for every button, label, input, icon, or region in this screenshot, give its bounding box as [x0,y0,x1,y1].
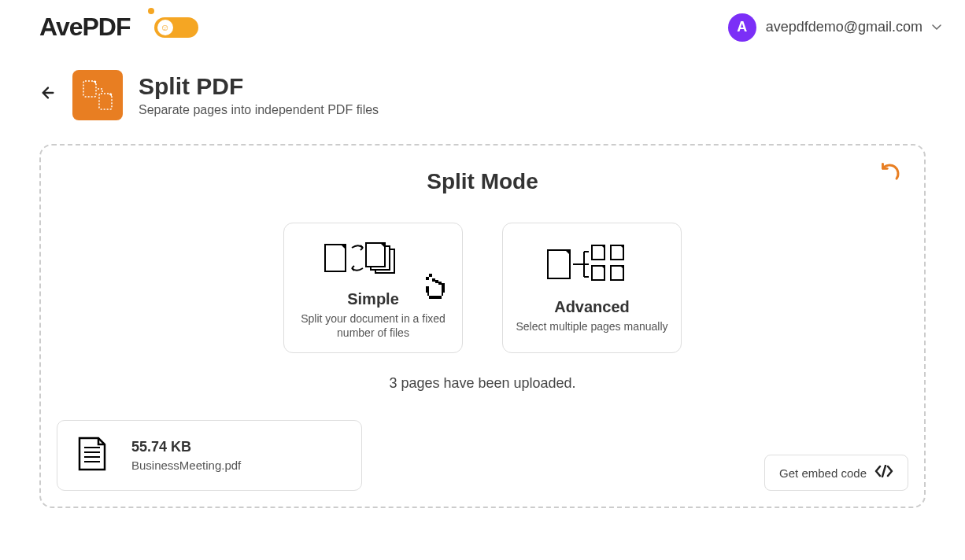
svg-rect-29 [592,266,605,280]
page-title: Split PDF [139,73,379,100]
file-info: 55.74 KB BusinessMeeting.pdf [131,439,241,472]
panel-footer: 55.74 KB BusinessMeeting.pdf Get embed c… [57,420,908,491]
tool-header: Split PDF Separate pages into independen… [0,54,965,144]
advanced-mode-icon [545,241,639,289]
svg-rect-6 [429,274,432,286]
back-button[interactable] [39,84,57,106]
file-size: 55.74 KB [131,439,241,455]
user-menu[interactable]: A avepdfdemo@gmail.com [728,13,941,42]
svg-rect-27 [592,245,605,260]
svg-rect-8 [432,278,435,286]
svg-rect-18 [432,282,435,286]
svg-rect-10 [438,282,442,286]
logo[interactable]: AvePDF [39,13,131,42]
svg-rect-12 [426,286,445,289]
theme-toggle[interactable]: ☺ [154,17,198,38]
upload-info: 3 pages have been uploaded. [57,375,908,392]
svg-rect-0 [83,81,96,97]
svg-rect-9 [435,280,438,286]
avatar-letter: A [737,19,747,35]
undo-button[interactable] [880,161,902,186]
tool-info: Split PDF Separate pages into independen… [139,73,379,117]
svg-rect-17 [429,277,432,286]
document-icon [76,435,108,476]
mode-advanced-title: Advanced [554,298,630,316]
logo-text: AvePDF [39,13,131,42]
svg-rect-30 [611,266,623,280]
svg-rect-13 [426,289,445,293]
mode-simple[interactable]: Simple Split your document in a fixed nu… [283,223,463,353]
embed-code-button[interactable]: Get embed code [764,455,908,491]
mode-simple-title: Simple [347,290,399,308]
svg-rect-19 [435,283,438,286]
user-email: avepdfdemo@gmail.com [766,19,922,35]
svg-rect-15 [429,296,442,299]
split-pdf-icon [72,70,123,120]
avatar: A [728,13,756,42]
theme-toggle-wrapper: ☺ [154,17,198,38]
main-panel: Split Mode Simple Split your document [39,144,926,508]
svg-rect-2 [325,245,346,271]
svg-rect-7 [426,277,429,280]
svg-rect-5 [366,243,385,267]
mode-advanced-desc: Select multiple pages manually [516,319,668,333]
header: AvePDF ☺ A avepdfdemo@gmail.com [0,0,965,54]
svg-rect-16 [429,286,442,296]
simple-mode-icon [322,236,424,281]
mode-options: Simple Split your document in a fixed nu… [57,223,908,353]
toggle-notification-dot [148,8,154,14]
cursor-icon [420,269,454,311]
file-name: BusinessMeeting.pdf [131,459,241,472]
toggle-handle: ☺ [157,20,173,35]
code-icon [874,465,893,481]
svg-rect-20 [438,285,442,286]
chevron-down-icon [932,22,941,33]
svg-rect-21 [548,250,570,278]
embed-label: Get embed code [779,466,867,480]
mode-simple-desc: Split your document in a fixed number of… [297,311,449,340]
svg-rect-1 [99,94,112,109]
mode-advanced[interactable]: Advanced Select multiple pages manually [502,223,682,353]
file-card[interactable]: 55.74 KB BusinessMeeting.pdf [57,420,362,491]
svg-rect-28 [611,245,623,260]
svg-rect-14 [427,293,443,296]
panel-title: Split Mode [57,169,908,194]
smiley-icon: ☺ [160,22,169,33]
page-subtitle: Separate pages into independent PDF file… [139,103,379,117]
svg-rect-11 [442,283,445,286]
header-left: AvePDF ☺ [39,13,198,42]
